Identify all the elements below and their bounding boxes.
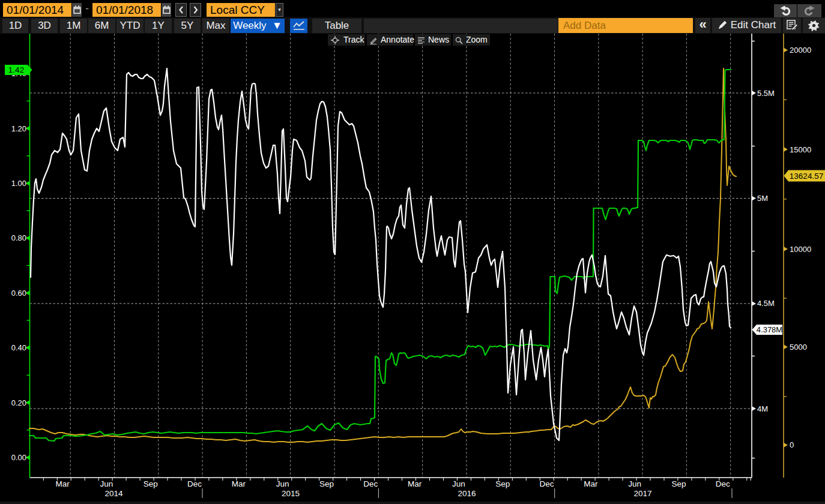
- svg-text:5M: 5M: [757, 194, 768, 203]
- svg-text:Mar: Mar: [408, 479, 422, 488]
- svg-text:13624.57: 13624.57: [790, 172, 823, 181]
- svg-text:5.5M: 5.5M: [757, 89, 775, 98]
- svg-text:0: 0: [790, 440, 794, 449]
- svg-text:Mar: Mar: [56, 479, 70, 488]
- svg-text:Sep: Sep: [495, 479, 510, 488]
- svg-text:2015: 2015: [282, 489, 300, 498]
- svg-text:Jun: Jun: [100, 479, 113, 488]
- svg-text:Sep: Sep: [671, 479, 686, 488]
- svg-text:0.60: 0.60: [11, 289, 26, 298]
- svg-text:Dec: Dec: [716, 479, 730, 488]
- svg-text:4.5M: 4.5M: [757, 299, 775, 308]
- svg-text:Dec: Dec: [363, 479, 378, 488]
- svg-text:Mar: Mar: [584, 479, 598, 488]
- svg-text:4.378M: 4.378M: [757, 325, 782, 334]
- svg-text:4M: 4M: [757, 404, 768, 413]
- svg-text:0.80: 0.80: [11, 233, 26, 242]
- svg-text:1.20: 1.20: [11, 124, 26, 133]
- svg-text:0.00: 0.00: [11, 453, 26, 462]
- svg-text:0.40: 0.40: [11, 343, 26, 352]
- svg-text:Jun: Jun: [628, 479, 641, 488]
- svg-text:Jun: Jun: [452, 479, 465, 488]
- svg-text:Sep: Sep: [319, 479, 334, 488]
- svg-text:Mar: Mar: [232, 479, 246, 488]
- svg-text:2017: 2017: [633, 489, 651, 498]
- svg-text:Jun: Jun: [276, 479, 289, 488]
- svg-text:20000: 20000: [790, 46, 811, 55]
- svg-text:5000: 5000: [790, 343, 807, 352]
- svg-text:1.00: 1.00: [11, 179, 26, 188]
- svg-text:1.42: 1.42: [8, 65, 24, 74]
- svg-text:2016: 2016: [458, 489, 476, 498]
- svg-text:Dec: Dec: [539, 479, 554, 488]
- svg-text:Sep: Sep: [144, 479, 158, 488]
- svg-text:2014: 2014: [105, 489, 124, 498]
- svg-text:15000: 15000: [790, 145, 811, 154]
- svg-text:0.20: 0.20: [11, 398, 26, 407]
- svg-text:Dec: Dec: [187, 479, 202, 488]
- svg-text:10000: 10000: [790, 245, 811, 254]
